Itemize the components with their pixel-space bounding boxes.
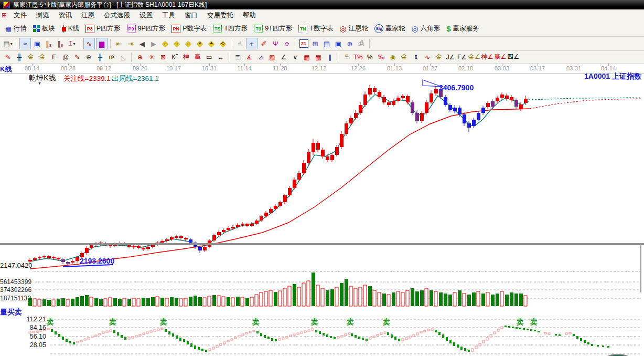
toolbar-button-gann-wheel[interactable]: ◎江恩轮 <box>337 23 372 34</box>
wave-percent-icon[interactable]: ∿ <box>422 53 433 62</box>
shen-angle-icon[interactable]: 神∠ <box>481 53 493 62</box>
step-back-icon[interactable]: ◀ <box>137 38 147 49</box>
percent-tool-icon[interactable]: % <box>364 53 375 62</box>
save-tool-icon[interactable]: ▣ <box>333 38 344 49</box>
j-angle-icon[interactable]: J∠ <box>445 53 456 62</box>
menu-item-工具[interactable]: 工具 <box>157 11 180 20</box>
spiral-tool-icon[interactable]: @ <box>60 53 71 62</box>
menu-item-设置[interactable]: 设置 <box>135 11 157 20</box>
box-fan-icon[interactable]: ▨ <box>267 53 277 62</box>
f-angle-icon[interactable]: F∠ <box>457 53 467 62</box>
gann-diamond-right-icon[interactable]: ◆→ <box>171 38 182 49</box>
pencil-measure-icon[interactable]: ✎ <box>72 53 82 62</box>
qiankun-kline-selector[interactable]: 乾坤K线 <box>29 74 56 83</box>
print-tool-icon[interactable]: ⎙ <box>356 38 367 49</box>
parallel-lines-icon[interactable]: ∥ <box>325 53 335 62</box>
gann-comb-icon[interactable]: ╫ <box>14 53 25 62</box>
ying-angle-icon[interactable]: 赢∠ <box>495 53 507 62</box>
menu-item-资讯[interactable]: 资讯 <box>54 11 77 20</box>
toolbar-button-market-quotes[interactable]: ▦行情 <box>2 23 30 34</box>
four-angle-icon[interactable]: 四∠ <box>507 53 519 62</box>
toolbar-button-kline[interactable]: K线 <box>58 23 82 34</box>
angle-lines-icon[interactable]: ∠ <box>278 53 289 62</box>
fibonacci-comb-icon[interactable]: F <box>49 53 59 62</box>
period-selector-icon[interactable]: ▤▾ <box>3 38 13 49</box>
menu-item-文件[interactable]: 文件 <box>9 11 31 20</box>
crosshair-circle-icon[interactable]: ⊕ <box>135 53 145 62</box>
price-grid-icon[interactable]: ▦ <box>302 53 312 62</box>
bars-9-chart-icon[interactable]: ∥₉ <box>55 38 66 49</box>
shen-tool-icon[interactable]: 神 <box>181 53 191 62</box>
gold-red-lines-icon[interactable]: 金 <box>434 53 444 62</box>
toolbar-button-p9-square[interactable]: P99P四方形 <box>124 23 169 34</box>
volume-histogram-toggle-icon[interactable]: ▆ <box>96 38 108 49</box>
shape-tool-1-icon[interactable]: Ψ <box>270 38 281 49</box>
gann-diamond-cross-icon[interactable]: ◆× <box>195 38 205 49</box>
notes-tool-icon[interactable]: ▤ <box>321 38 332 49</box>
gold-lines-icon[interactable]: 金 <box>399 53 410 62</box>
qiankun-wave-toggle-icon[interactable]: ∿ <box>83 38 95 49</box>
brush-tool-icon[interactable]: ✎ <box>3 53 13 62</box>
angle-ruler-icon[interactable]: ◺ <box>118 53 128 62</box>
right-scroll-border[interactable] <box>640 243 641 292</box>
gann-fan-icon[interactable]: ∡ <box>244 53 254 62</box>
gann-diamond-horiz-icon[interactable]: ◆↔ <box>183 38 194 49</box>
gold-circle-icon[interactable]: ◉ <box>388 53 398 62</box>
toolbar-button-p-square[interactable]: P3P四方形 <box>82 23 124 34</box>
toolbar-button-sectors[interactable]: 板块 <box>30 23 58 34</box>
toolbar-button-winner-service[interactable]: $赢家服务 <box>443 23 482 34</box>
gann-diamond-left-icon[interactable]: ◆← <box>160 38 170 49</box>
toolbar-button-t9-square[interactable]: T99T四方形 <box>251 23 295 34</box>
square-target-icon[interactable]: ⊠ <box>158 53 168 62</box>
t-percent-icon[interactable]: Ŧ% <box>353 53 363 62</box>
gold-angle-icon[interactable]: 金∠ <box>468 53 480 62</box>
time-comb-icon[interactable]: ╫ <box>95 53 105 62</box>
fan-box-icon[interactable]: ⊿ <box>255 53 266 62</box>
gold-ratio-lines-icon[interactable]: 金 <box>26 53 36 62</box>
zoom-tool-icon[interactable]: ✐ <box>259 38 269 49</box>
info-panel-icon[interactable]: ▣ <box>32 38 42 49</box>
shape-tool-2-icon[interactable]: ≎ <box>282 38 292 49</box>
toolbar-button-p-number-table[interactable]: PNP数字表 <box>168 23 210 34</box>
pan-hand-tool-icon[interactable]: ☝ <box>234 38 245 49</box>
calendar-tool-icon[interactable]: 21 <box>298 38 309 49</box>
menu-item-公式选股[interactable]: 公式选股 <box>99 11 135 20</box>
menu-item-帮助[interactable]: 帮助 <box>238 11 261 20</box>
n-square-tool-icon[interactable]: n² <box>106 53 117 62</box>
gann-diamond-plus-icon[interactable]: ◆+ <box>206 38 217 49</box>
scale-ladder-icon[interactable]: ≣ <box>232 53 243 62</box>
toolbar-button-hexagon-wheel[interactable]: ◎六角形 <box>409 23 444 34</box>
v-check-icon[interactable]: ∨ <box>290 53 300 62</box>
chart-canvas[interactable]: 08-1408-2809-1209-2610-1710-3111-1411-28… <box>0 64 644 356</box>
go-last-icon[interactable]: ⇥ <box>125 38 136 49</box>
pane-splitter[interactable] <box>0 243 644 245</box>
ruler-123-icon[interactable]: ▭ <box>204 53 214 62</box>
scale-ruler-icon[interactable]: ≞ <box>341 53 352 62</box>
cycle-circle-icon[interactable]: ⊕ <box>83 53 94 62</box>
gold-ratio-lines-2-icon[interactable]: 金 <box>37 53 48 62</box>
candle-style-selector-icon[interactable]: ⌶▾ <box>67 38 77 49</box>
percent-lines-icon[interactable]: ‰ <box>376 53 387 62</box>
go-first-icon[interactable]: ⇤ <box>114 38 124 49</box>
price-grid-arrow-icon[interactable]: ▦ <box>313 53 324 62</box>
qiankun-dropdown-caret-icon[interactable]: ▼ <box>38 81 41 85</box>
menu-item-窗口[interactable]: 窗口 <box>180 11 202 20</box>
toolbar-button-winner-wheel[interactable]: Big赢家轮 <box>371 23 409 34</box>
wave-chart-toggle-icon[interactable]: ≈ <box>19 38 31 49</box>
k-notation-icon[interactable]: K˝ <box>169 53 180 62</box>
toolbar-button-t-number-table[interactable]: TNT数字表 <box>295 23 336 34</box>
gann-diamond-expand-icon[interactable]: ◆◇ <box>218 38 228 49</box>
menu-item-交易委托[interactable]: 交易委托 <box>202 11 238 20</box>
starburst-tool-icon[interactable]: ✳ <box>146 53 157 62</box>
calculator-tool-icon[interactable]: ⊞ <box>310 38 320 49</box>
bars-3-chart-icon[interactable]: ∥₃ <box>44 38 54 49</box>
vertical-ruler-pencil-icon[interactable]: ⇕ <box>411 53 421 62</box>
crosshair-tool-icon[interactable]: + <box>246 38 257 49</box>
width-measure-icon[interactable]: ↔ <box>216 53 226 62</box>
step-forward-icon[interactable]: ▶ <box>148 38 159 49</box>
web-export-tool-icon[interactable]: ⊕ <box>345 38 355 49</box>
toolbar-button-t-square[interactable]: TST四方形 <box>210 23 251 34</box>
ying-tool-icon[interactable]: 赢 <box>192 53 203 62</box>
menu-item-浏览[interactable]: 浏览 <box>31 11 54 20</box>
menu-item-江恩[interactable]: 江恩 <box>77 11 99 20</box>
